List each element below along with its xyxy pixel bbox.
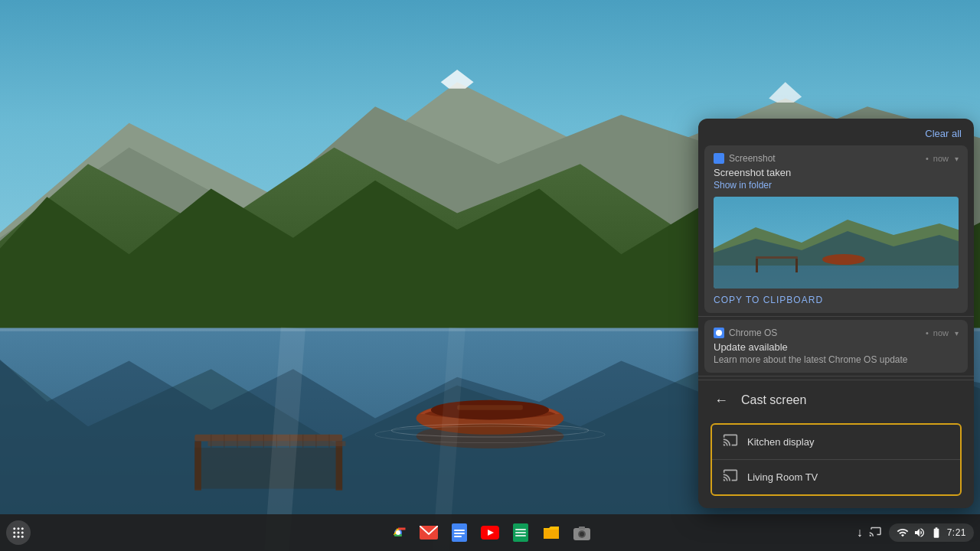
svg-rect-38 <box>756 256 798 259</box>
taskbar-files[interactable] <box>537 519 565 546</box>
update-chevron[interactable]: ▾ <box>955 329 959 337</box>
taskbar-left <box>6 520 31 545</box>
svg-point-44 <box>21 527 24 530</box>
cast-back-button[interactable]: ← <box>710 390 732 411</box>
update-time: now <box>933 328 949 337</box>
svg-point-42 <box>13 527 15 530</box>
update-notif-top: Chrome OS • now ▾ <box>714 328 959 338</box>
svg-point-50 <box>21 536 24 538</box>
taskbar: ↓ 7:21 <box>0 514 980 551</box>
svg-point-48 <box>13 536 15 538</box>
svg-rect-28 <box>457 405 523 409</box>
clear-all-button[interactable]: Clear all <box>925 128 962 139</box>
taskbar-camera[interactable] <box>568 519 596 546</box>
svg-rect-11 <box>194 435 342 442</box>
desktop: Clear all Screenshot • now ▾ Screenshot … <box>0 0 980 551</box>
screenshot-app-icon <box>714 153 724 164</box>
update-app-name: Chrome OS <box>729 328 921 338</box>
show-in-folder-link[interactable]: Show in folder <box>714 180 959 191</box>
cast-header: ← Cast screen <box>698 380 974 420</box>
notif-top: Screenshot • now ▾ <box>714 153 959 164</box>
svg-point-43 <box>18 527 20 530</box>
system-clock: 7:21 <box>947 527 966 538</box>
panel-divider <box>698 316 974 317</box>
update-dot: • <box>926 328 929 337</box>
taskbar-sheets[interactable] <box>507 519 534 546</box>
cast-panel: ← Cast screen Kitchen display <box>698 380 974 496</box>
update-title: Update available <box>714 341 959 353</box>
kitchen-display-label: Kitchen display <box>747 436 814 448</box>
screenshot-notification: Screenshot • now ▾ Screenshot taken Show… <box>704 145 968 313</box>
cast-device-kitchen[interactable]: Kitchen display <box>712 425 960 460</box>
update-subtitle: Learn more about the latest Chrome OS up… <box>714 354 959 365</box>
taskbar-right: ↓ 7:21 <box>857 523 974 542</box>
cast-title: Cast screen <box>741 393 806 407</box>
svg-rect-57 <box>454 536 462 537</box>
screenshot-preview <box>714 197 959 289</box>
volume-icon <box>913 527 926 539</box>
cast-device-icon-kitchen <box>723 432 738 452</box>
notif-header: Clear all <box>698 119 974 142</box>
svg-point-66 <box>580 532 584 536</box>
launcher-button[interactable] <box>6 520 31 545</box>
download-tray-icon[interactable]: ↓ <box>857 526 863 540</box>
svg-point-41 <box>822 254 865 265</box>
battery-icon <box>930 527 942 539</box>
cast-divider <box>698 376 974 377</box>
notification-panel: Clear all Screenshot • now ▾ Screenshot … <box>698 119 974 508</box>
cast-device-livingroom[interactable]: Living Room TV <box>712 460 960 494</box>
copy-clipboard-button[interactable]: COPY TO CLIPBOARD <box>714 295 959 305</box>
screenshot-app-name: Screenshot <box>729 153 921 164</box>
chromeos-app-icon <box>714 328 724 338</box>
svg-rect-40 <box>795 259 798 272</box>
svg-rect-25 <box>194 448 342 489</box>
wifi-icon <box>897 527 909 539</box>
screenshot-time: now <box>933 154 949 163</box>
svg-point-46 <box>18 532 20 534</box>
svg-rect-39 <box>756 259 758 272</box>
svg-rect-61 <box>515 529 526 530</box>
taskbar-docs[interactable] <box>446 519 473 546</box>
cast-devices-list: Kitchen display Living Room TV <box>710 423 962 496</box>
svg-rect-67 <box>579 527 585 530</box>
svg-rect-62 <box>515 532 526 533</box>
svg-rect-56 <box>454 533 465 534</box>
svg-rect-63 <box>515 535 526 536</box>
svg-point-49 <box>18 536 20 538</box>
svg-rect-55 <box>454 530 465 531</box>
living-room-tv-label: Living Room TV <box>747 471 818 483</box>
system-tray-area[interactable]: 7:21 <box>889 523 974 542</box>
cast-device-icon-livingroom <box>723 468 738 487</box>
svg-point-47 <box>21 532 24 534</box>
svg-point-52 <box>396 530 400 535</box>
svg-point-45 <box>13 532 15 534</box>
cast-tray-icon[interactable] <box>869 524 883 541</box>
notif-dot: • <box>926 154 929 163</box>
screenshot-chevron[interactable]: ▾ <box>955 155 959 163</box>
taskbar-gmail[interactable] <box>415 519 443 546</box>
taskbar-center <box>384 519 596 546</box>
screenshot-title: Screenshot taken <box>714 167 959 178</box>
taskbar-chrome[interactable] <box>384 519 412 546</box>
taskbar-youtube[interactable] <box>476 519 504 546</box>
update-notification: Chrome OS • now ▾ Update available Learn… <box>704 320 968 373</box>
